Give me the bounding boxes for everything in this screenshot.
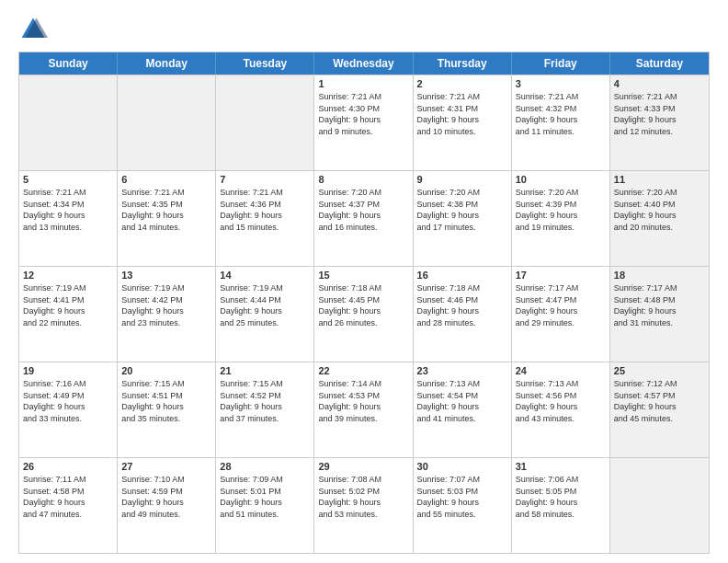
cal-cell-28: 28Sunrise: 7:09 AMSunset: 5:01 PMDayligh… xyxy=(216,458,314,553)
day-number: 16 xyxy=(417,270,507,281)
cal-cell-22: 22Sunrise: 7:14 AMSunset: 4:53 PMDayligh… xyxy=(314,362,413,457)
cell-info: Sunrise: 7:15 AMSunset: 4:51 PMDaylight:… xyxy=(121,378,211,424)
day-number: 1 xyxy=(318,78,408,89)
day-number: 14 xyxy=(220,270,310,281)
cal-header-tuesday: Tuesday xyxy=(216,52,314,75)
cal-cell-9: 9Sunrise: 7:20 AMSunset: 4:38 PMDaylight… xyxy=(414,171,512,266)
cal-cell-13: 13Sunrise: 7:19 AMSunset: 4:42 PMDayligh… xyxy=(118,267,216,362)
cell-info: Sunrise: 7:20 AMSunset: 4:37 PMDaylight:… xyxy=(318,187,408,233)
cal-cell-18: 18Sunrise: 7:17 AMSunset: 4:48 PMDayligh… xyxy=(610,267,709,362)
cell-info: Sunrise: 7:13 AMSunset: 4:54 PMDaylight:… xyxy=(417,378,507,424)
day-number: 9 xyxy=(417,174,507,185)
cell-info: Sunrise: 7:21 AMSunset: 4:34 PMDaylight:… xyxy=(23,187,113,233)
cal-cell-1: 1Sunrise: 7:21 AMSunset: 4:30 PMDaylight… xyxy=(314,75,413,170)
day-number: 5 xyxy=(23,174,113,185)
cal-week-2: 5Sunrise: 7:21 AMSunset: 4:34 PMDaylight… xyxy=(19,170,709,266)
cal-week-5: 26Sunrise: 7:11 AMSunset: 4:58 PMDayligh… xyxy=(19,457,709,553)
cal-cell-31: 31Sunrise: 7:06 AMSunset: 5:05 PMDayligh… xyxy=(512,458,610,553)
cell-info: Sunrise: 7:12 AMSunset: 4:57 PMDaylight:… xyxy=(614,378,705,424)
day-number: 23 xyxy=(417,365,507,376)
cal-cell-16: 16Sunrise: 7:18 AMSunset: 4:46 PMDayligh… xyxy=(414,267,512,362)
cell-info: Sunrise: 7:21 AMSunset: 4:33 PMDaylight:… xyxy=(614,91,705,137)
cell-info: Sunrise: 7:15 AMSunset: 4:52 PMDaylight:… xyxy=(220,378,310,424)
cell-info: Sunrise: 7:21 AMSunset: 4:30 PMDaylight:… xyxy=(318,91,408,137)
cal-cell-empty-4-6 xyxy=(610,458,709,553)
cal-cell-26: 26Sunrise: 7:11 AMSunset: 4:58 PMDayligh… xyxy=(19,458,118,553)
cal-cell-21: 21Sunrise: 7:15 AMSunset: 4:52 PMDayligh… xyxy=(216,362,314,457)
day-number: 31 xyxy=(516,461,606,472)
day-number: 13 xyxy=(121,270,211,281)
cal-cell-3: 3Sunrise: 7:21 AMSunset: 4:32 PMDaylight… xyxy=(512,75,610,170)
cal-cell-10: 10Sunrise: 7:20 AMSunset: 4:39 PMDayligh… xyxy=(512,171,610,266)
day-number: 10 xyxy=(516,174,606,185)
page: SundayMondayTuesdayWednesdayThursdayFrid… xyxy=(0,0,728,563)
cell-info: Sunrise: 7:11 AMSunset: 4:58 PMDaylight:… xyxy=(23,474,113,520)
cell-info: Sunrise: 7:13 AMSunset: 4:56 PMDaylight:… xyxy=(516,378,606,424)
cell-info: Sunrise: 7:19 AMSunset: 4:44 PMDaylight:… xyxy=(220,282,310,328)
cal-cell-6: 6Sunrise: 7:21 AMSunset: 4:35 PMDaylight… xyxy=(118,171,216,266)
cal-header-saturday: Saturday xyxy=(610,52,709,75)
cell-info: Sunrise: 7:10 AMSunset: 4:59 PMDaylight:… xyxy=(121,474,211,520)
cal-cell-17: 17Sunrise: 7:17 AMSunset: 4:47 PMDayligh… xyxy=(512,267,610,362)
cell-info: Sunrise: 7:08 AMSunset: 5:02 PMDaylight:… xyxy=(318,474,408,520)
cal-cell-25: 25Sunrise: 7:12 AMSunset: 4:57 PMDayligh… xyxy=(610,362,709,457)
cal-week-4: 19Sunrise: 7:16 AMSunset: 4:49 PMDayligh… xyxy=(19,362,709,457)
day-number: 26 xyxy=(23,461,113,472)
day-number: 22 xyxy=(318,365,408,376)
cell-info: Sunrise: 7:21 AMSunset: 4:32 PMDaylight:… xyxy=(516,91,606,137)
cell-info: Sunrise: 7:14 AMSunset: 4:53 PMDaylight:… xyxy=(318,378,408,424)
day-number: 2 xyxy=(417,78,507,89)
cal-cell-12: 12Sunrise: 7:19 AMSunset: 4:41 PMDayligh… xyxy=(19,267,118,362)
cal-cell-27: 27Sunrise: 7:10 AMSunset: 4:59 PMDayligh… xyxy=(118,458,216,553)
day-number: 19 xyxy=(23,365,113,376)
cal-cell-20: 20Sunrise: 7:15 AMSunset: 4:51 PMDayligh… xyxy=(118,362,216,457)
day-number: 15 xyxy=(318,270,408,281)
day-number: 7 xyxy=(220,174,310,185)
logo xyxy=(18,15,51,44)
cal-cell-29: 29Sunrise: 7:08 AMSunset: 5:02 PMDayligh… xyxy=(314,458,413,553)
cal-cell-23: 23Sunrise: 7:13 AMSunset: 4:54 PMDayligh… xyxy=(414,362,512,457)
cell-info: Sunrise: 7:17 AMSunset: 4:48 PMDaylight:… xyxy=(614,282,705,328)
calendar: SundayMondayTuesdayWednesdayThursdayFrid… xyxy=(18,52,710,554)
cell-info: Sunrise: 7:21 AMSunset: 4:35 PMDaylight:… xyxy=(121,187,211,233)
day-number: 12 xyxy=(23,270,113,281)
day-number: 8 xyxy=(318,174,408,185)
cal-cell-11: 11Sunrise: 7:20 AMSunset: 4:40 PMDayligh… xyxy=(610,171,709,266)
day-number: 18 xyxy=(614,270,705,281)
cal-cell-7: 7Sunrise: 7:21 AMSunset: 4:36 PMDaylight… xyxy=(216,171,314,266)
cal-header-monday: Monday xyxy=(118,52,216,75)
cal-cell-empty-0-2 xyxy=(216,75,314,170)
cell-info: Sunrise: 7:19 AMSunset: 4:42 PMDaylight:… xyxy=(121,282,211,328)
cell-info: Sunrise: 7:18 AMSunset: 4:46 PMDaylight:… xyxy=(417,282,507,328)
cal-cell-15: 15Sunrise: 7:18 AMSunset: 4:45 PMDayligh… xyxy=(314,267,413,362)
cal-week-3: 12Sunrise: 7:19 AMSunset: 4:41 PMDayligh… xyxy=(19,266,709,362)
cell-info: Sunrise: 7:09 AMSunset: 5:01 PMDaylight:… xyxy=(220,474,310,520)
cell-info: Sunrise: 7:20 AMSunset: 4:40 PMDaylight:… xyxy=(614,187,705,233)
cal-cell-8: 8Sunrise: 7:20 AMSunset: 4:37 PMDaylight… xyxy=(314,171,413,266)
cell-info: Sunrise: 7:18 AMSunset: 4:45 PMDaylight:… xyxy=(318,282,408,328)
cal-cell-empty-0-0 xyxy=(19,75,118,170)
cell-info: Sunrise: 7:20 AMSunset: 4:39 PMDaylight:… xyxy=(516,187,606,233)
day-number: 28 xyxy=(220,461,310,472)
day-number: 24 xyxy=(516,365,606,376)
cell-info: Sunrise: 7:21 AMSunset: 4:31 PMDaylight:… xyxy=(417,91,507,137)
day-number: 6 xyxy=(121,174,211,185)
day-number: 27 xyxy=(121,461,211,472)
day-number: 21 xyxy=(220,365,310,376)
cal-cell-empty-0-1 xyxy=(118,75,216,170)
cell-info: Sunrise: 7:07 AMSunset: 5:03 PMDaylight:… xyxy=(417,474,507,520)
cal-cell-24: 24Sunrise: 7:13 AMSunset: 4:56 PMDayligh… xyxy=(512,362,610,457)
cal-cell-5: 5Sunrise: 7:21 AMSunset: 4:34 PMDaylight… xyxy=(19,171,118,266)
day-number: 4 xyxy=(614,78,705,89)
cell-info: Sunrise: 7:20 AMSunset: 4:38 PMDaylight:… xyxy=(417,187,507,233)
day-number: 20 xyxy=(121,365,211,376)
cal-header-friday: Friday xyxy=(512,52,610,75)
day-number: 17 xyxy=(516,270,606,281)
cal-header-sunday: Sunday xyxy=(19,52,118,75)
day-number: 25 xyxy=(614,365,705,376)
cal-cell-14: 14Sunrise: 7:19 AMSunset: 4:44 PMDayligh… xyxy=(216,267,314,362)
cal-header-wednesday: Wednesday xyxy=(314,52,413,75)
cal-week-1: 1Sunrise: 7:21 AMSunset: 4:30 PMDaylight… xyxy=(19,75,709,170)
cal-header-thursday: Thursday xyxy=(414,52,512,75)
cal-cell-4: 4Sunrise: 7:21 AMSunset: 4:33 PMDaylight… xyxy=(610,75,709,170)
